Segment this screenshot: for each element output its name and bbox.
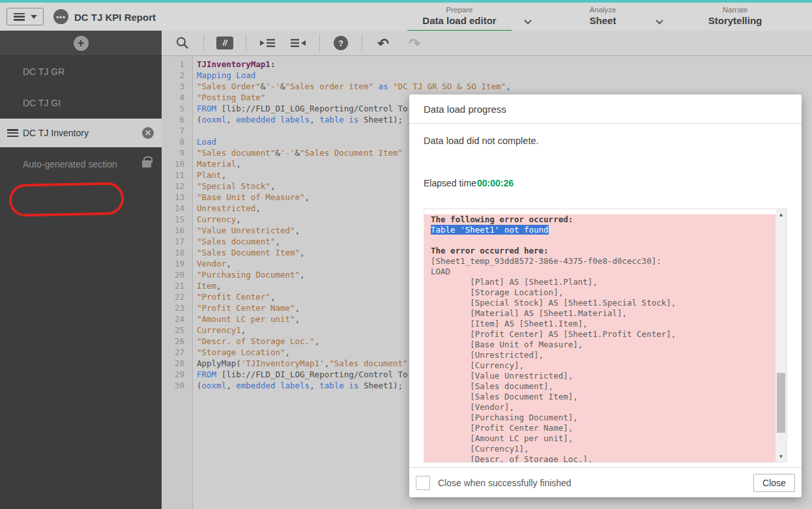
line-number-gutter: 1234567891011121314151617181920212223242…: [162, 56, 193, 509]
lock-icon: [142, 160, 151, 167]
help-icon: ?: [334, 36, 348, 50]
line-number: 21: [162, 280, 192, 291]
help-button[interactable]: ?: [328, 33, 354, 53]
elapsed-time-label: Elapsed time: [424, 178, 476, 188]
log-line: [Profit Center] AS [Sheet1.Profit Center…: [431, 329, 776, 340]
log-line: [Currency1],: [431, 444, 776, 454]
undo-button[interactable]: ↶: [370, 33, 396, 53]
line-number: 24: [162, 313, 192, 325]
comment-icon: //: [216, 36, 233, 50]
log-line: [Vendor],: [431, 402, 776, 413]
line-number: 9: [162, 147, 192, 158]
line-number: 6: [162, 114, 192, 125]
log-line: LOAD: [431, 267, 776, 277]
app-header: ••• DC TJ KPI Report Prepare Data load e…: [0, 3, 812, 31]
line-number: 2: [162, 70, 192, 81]
log-line: Table 'Sheet1' not found: [431, 225, 776, 235]
log-line: [Profit Center Name],: [431, 423, 776, 433]
sidebar-item-auto-generated-section[interactable]: Auto-generated section: [0, 147, 162, 181]
sidebar-item-label: DC TJ Inventory: [23, 128, 89, 138]
code-line: "Sales Order"&'-'&"Sales order item" as …: [197, 81, 812, 92]
log-line: [Special Stock] AS [Sheet1.Special Stock…: [431, 298, 776, 308]
log-line: [Currency],: [431, 360, 776, 371]
redo-button[interactable]: ↷: [401, 33, 428, 53]
line-number: 3: [162, 81, 192, 92]
log-line: [Purchasing Document],: [431, 413, 776, 423]
line-number: 1: [162, 59, 192, 70]
sidebar-item-dc-tj-inventory[interactable]: DC TJ Inventory ✕: [0, 119, 162, 147]
code-line: Mapping Load: [197, 70, 812, 81]
tab-prepare-data-load-editor[interactable]: Prepare Data load editor: [407, 6, 512, 31]
data-load-progress-dialog: Data load progress Data load did not com…: [409, 95, 802, 497]
line-number: 16: [162, 225, 192, 236]
scrollbar-thumb[interactable]: [777, 373, 785, 433]
comment-button[interactable]: //: [212, 33, 238, 53]
sidebar-item-label: Auto-generated section: [23, 159, 117, 169]
sidebar-item-dc-tj-gi[interactable]: DC TJ GI: [0, 87, 162, 119]
dialog-title: Data load progress: [409, 95, 802, 124]
checkbox-label: Close when successfully finished: [438, 478, 572, 488]
log-scrollbar[interactable]: ▲ ▼: [776, 209, 787, 462]
log-line: [Item] AS [Sheet1.Item],: [431, 319, 776, 329]
sidebar-toolbar: +: [0, 31, 162, 56]
scroll-up-icon[interactable]: ▲: [776, 209, 787, 220]
log-line: The following error occurred:: [431, 214, 776, 225]
outdent-button[interactable]: [285, 33, 312, 53]
log-line: [Sales Document Item],: [431, 392, 776, 402]
error-log-content: The following error occurred:Table 'Shee…: [424, 214, 776, 462]
chevron-down-icon[interactable]: [655, 19, 664, 25]
app-options-icon[interactable]: •••: [53, 9, 68, 24]
line-number: 12: [162, 181, 192, 192]
caret-down-icon: [31, 15, 37, 19]
sidebar-item-dc-tj-gr[interactable]: DC TJ GR: [0, 56, 162, 87]
line-number: 20: [162, 269, 192, 280]
chevron-down-icon[interactable]: [523, 19, 532, 25]
nav-section-label: Narrate: [683, 6, 787, 14]
search-button[interactable]: [169, 33, 196, 53]
log-line: [Sheet1_temp_93dd8572-386e-4375-f0e8-d0c…: [431, 256, 776, 267]
undo-icon: ↶: [377, 36, 389, 50]
nav-tab-label: Sheet: [551, 15, 655, 26]
line-number: 14: [162, 203, 192, 214]
line-number: 7: [162, 125, 192, 136]
nav-tab-label: Data load editor: [407, 15, 512, 26]
log-line: [Material] AS [Sheet1.Material],: [431, 308, 776, 319]
toolbar-divider: [319, 35, 320, 51]
log-line: [Unrestricted],: [431, 350, 776, 360]
error-log-panel[interactable]: The following error occurred:Table 'Shee…: [424, 209, 787, 463]
line-number: 25: [162, 325, 192, 336]
global-menu-button[interactable]: [7, 8, 44, 25]
dialog-footer: Close when successfully finished Close: [409, 467, 802, 497]
sections-sidebar: + DC TJ GR DC TJ GI DC TJ Inventory ✕ Au…: [0, 31, 162, 509]
line-number: 5: [162, 103, 192, 114]
line-number: 19: [162, 258, 192, 269]
outdent-icon: [290, 37, 307, 49]
log-line: [Base Unit of Measure],: [431, 340, 776, 350]
delete-section-icon[interactable]: ✕: [142, 127, 154, 139]
close-when-finished-checkbox[interactable]: [416, 476, 430, 490]
line-number: 22: [162, 291, 192, 302]
log-line: [Amount LC per unit],: [431, 433, 776, 444]
log-line: [Sales document],: [431, 381, 776, 392]
scroll-down-icon[interactable]: ▼: [776, 451, 787, 462]
line-number: 29: [162, 369, 192, 380]
close-button[interactable]: Close: [753, 474, 795, 492]
line-number: 15: [162, 214, 192, 225]
line-number: 27: [162, 347, 192, 358]
line-number: 28: [162, 358, 192, 369]
log-line: [Descr. of Storage Loc.],: [431, 454, 776, 462]
log-line: [431, 235, 776, 246]
line-number: 26: [162, 336, 192, 347]
code-line: TJInventoryMap1:: [197, 59, 812, 70]
line-number: 18: [162, 247, 192, 258]
tab-analyze-sheet[interactable]: Analyze Sheet: [551, 6, 655, 31]
tab-narrate-storytelling[interactable]: Narrate Storytelling: [683, 6, 787, 31]
indent-button[interactable]: [254, 33, 280, 53]
app-title: DC TJ KPI Report: [74, 12, 156, 23]
add-section-button[interactable]: +: [74, 36, 89, 51]
log-line: [Plant] AS [Sheet1.Plant],: [431, 277, 776, 287]
drag-handle-icon[interactable]: [7, 129, 18, 137]
log-line: [Storage Location],: [431, 287, 776, 298]
editor-toolbar: // ? ↶ ↷: [162, 31, 812, 56]
sidebar-item-label: DC TJ GI: [23, 98, 61, 108]
